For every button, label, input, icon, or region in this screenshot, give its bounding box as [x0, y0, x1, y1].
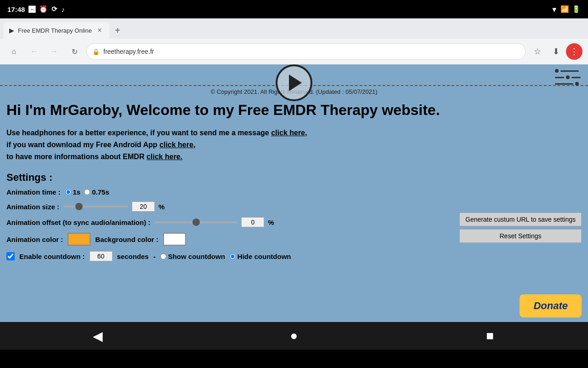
animation-size-row: Animation size : % — [6, 201, 582, 212]
menu-button[interactable]: ⋮ — [566, 43, 582, 60]
description-text: Use headphones for a better experience, … — [6, 127, 582, 162]
menu-line-1 — [555, 69, 581, 73]
animation-color-picker[interactable] — [68, 233, 90, 246]
animation-time-options: 1s 0.75s — [65, 188, 109, 196]
new-tab-button[interactable]: + — [109, 22, 126, 39]
notification-icon: 🅰 — [28, 6, 35, 13]
countdown-separator: - — [153, 253, 156, 260]
show-countdown-radio[interactable] — [160, 253, 166, 259]
settings-buttons: Generate custum URL to save settings Res… — [459, 213, 582, 243]
link-emdr[interactable]: click here. — [147, 153, 182, 161]
link-android[interactable]: click here, — [159, 141, 195, 149]
bottom-nav: ◀ ● ■ — [0, 322, 588, 350]
alarm-icon: ⏰ — [39, 5, 48, 13]
back-nav-button[interactable]: ◀ — [84, 322, 112, 350]
countdown-label: Enable countdown : — [19, 253, 85, 260]
status-bar: 17:48 🅰 ⏰ ⟳ ♪ ▼ 📶 🔋 — [0, 0, 588, 18]
animation-color-label: Animation color : — [6, 236, 63, 243]
play-triangle-icon — [289, 75, 302, 91]
show-countdown-label[interactable]: Show countdown — [160, 253, 225, 260]
menu-line-2 — [555, 75, 581, 79]
donate-button[interactable]: Donate — [520, 294, 582, 317]
nav-bar: ⌂ ← → ↻ 🔒 freetherapy.free.fr ☆ ⬇ ⋮ — [0, 39, 588, 64]
animation-offset-slider[interactable] — [155, 221, 237, 223]
wifi-icon: ▼ — [551, 6, 558, 13]
time-1s-label[interactable]: 1s — [65, 188, 81, 196]
countdown-unit: secondes — [117, 253, 149, 260]
url-text: freetherapy.free.fr — [103, 48, 154, 55]
forward-button[interactable]: → — [46, 43, 62, 60]
generate-url-button[interactable]: Generate custum URL to save settings — [459, 213, 582, 226]
time-display: 17:48 — [7, 6, 25, 13]
menu-line-3 — [555, 82, 581, 86]
browser-chrome: ▶ Free EMDR Therapy Online ✕ + ⌂ ← → ↻ 🔒… — [0, 18, 588, 64]
home-nav-button[interactable]: ● — [280, 322, 308, 350]
settings-menu-icon[interactable] — [555, 69, 581, 86]
desc-1: Use headphones for a better experience, … — [6, 129, 269, 137]
offset-slider-container: % — [155, 217, 274, 227]
page-content: © Copyright 2021. All Rights Reserved. (… — [0, 64, 588, 322]
animation-offset-unit: % — [268, 218, 274, 226]
battery-icon: 🔋 — [572, 5, 581, 13]
countdown-checkbox[interactable] — [6, 252, 15, 260]
hide-countdown-label[interactable]: Hide countdown — [230, 253, 291, 260]
active-tab[interactable]: ▶ Free EMDR Therapy Online ✕ — [4, 22, 109, 39]
menu-dot — [555, 69, 559, 73]
settings-title: Settings : — [6, 172, 582, 184]
time-1s-text: 1s — [73, 188, 81, 196]
size-slider-container: % — [64, 201, 164, 212]
tab-favicon: ▶ — [9, 27, 14, 34]
back-button[interactable]: ← — [26, 43, 42, 60]
play-button[interactable] — [276, 64, 312, 101]
hide-countdown-text: Hide countdown — [237, 253, 291, 260]
tab-label: Free EMDR Therapy Online — [18, 27, 92, 34]
status-left: 17:48 🅰 ⏰ ⟳ ♪ — [7, 5, 65, 13]
reload-button[interactable]: ↻ — [66, 43, 83, 60]
animation-size-slider[interactable] — [64, 206, 128, 207]
animation-size-input[interactable] — [132, 201, 155, 212]
background-color-picker[interactable] — [163, 233, 186, 246]
sync-icon: ⟳ — [51, 5, 57, 13]
menu-line-bar — [571, 77, 581, 78]
home-button[interactable]: ⌂ — [6, 43, 22, 60]
animation-offset-label: Animation offset (to sync audio/animatio… — [6, 218, 150, 226]
background-color-label: Background color : — [95, 236, 158, 243]
tab-bar: ▶ Free EMDR Therapy Online ✕ + — [0, 18, 588, 39]
welcome-heading: Hi I'm MrGaroby, Welcome to my Free EMDR… — [6, 101, 582, 119]
animation-time-row: Animation time : 1s 0.75s — [6, 188, 582, 196]
animation-size-unit: % — [158, 203, 164, 211]
desc-3: to have more informations about EMDR — [6, 153, 144, 161]
star-button[interactable]: ☆ — [529, 43, 546, 60]
address-bar[interactable]: 🔒 freetherapy.free.fr — [86, 43, 526, 60]
countdown-value-input[interactable] — [90, 251, 113, 261]
animation-size-label: Animation size : — [6, 203, 59, 211]
show-countdown-text: Show countdown — [168, 253, 225, 260]
menu-line-bar — [555, 83, 573, 85]
time-075s-text: 0.75s — [92, 188, 109, 196]
status-right: ▼ 📶 🔋 — [551, 5, 581, 13]
menu-dot — [575, 82, 579, 86]
menu-line-bar — [560, 70, 579, 72]
time-1s-radio[interactable] — [65, 189, 71, 195]
tab-close-button[interactable]: ✕ — [96, 26, 104, 34]
link-message[interactable]: click here, — [271, 129, 307, 137]
desc-2: if you want download my Free Androïd App — [6, 141, 158, 149]
time-075s-label[interactable]: 0.75s — [84, 188, 109, 196]
hide-countdown-radio[interactable] — [230, 253, 236, 259]
download-button[interactable]: ⬇ — [548, 43, 564, 60]
menu-dot — [566, 75, 570, 79]
reset-settings-button[interactable]: Reset Settings — [459, 229, 582, 243]
toolbar-right: ☆ ⬇ ⋮ — [529, 43, 582, 60]
animation-offset-input[interactable] — [241, 217, 264, 227]
music-icon: ♪ — [61, 6, 65, 13]
lock-icon: 🔒 — [92, 48, 100, 55]
signal-icon: 📶 — [560, 5, 569, 13]
animation-time-label: Animation time : — [6, 188, 61, 196]
recent-nav-button[interactable]: ■ — [476, 322, 504, 350]
menu-line-bar — [555, 77, 564, 78]
countdown-row: Enable countdown : secondes - Show count… — [6, 251, 582, 261]
time-075s-radio[interactable] — [84, 189, 90, 195]
